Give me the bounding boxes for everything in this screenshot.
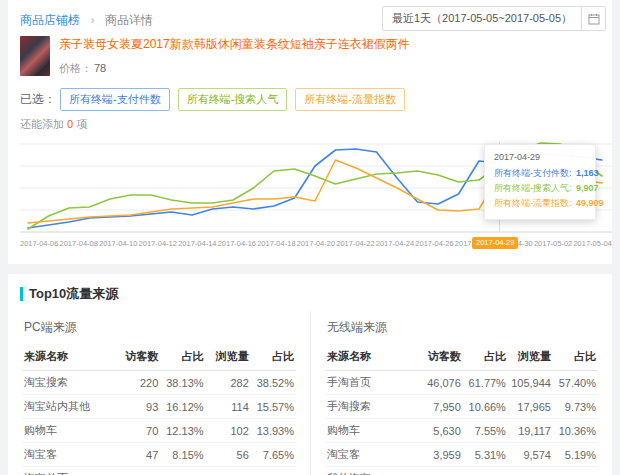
table-row: 手淘搜索7,95010.66%17,9659.73%: [325, 395, 598, 419]
section-accent-bar: [20, 287, 23, 301]
filter-chip[interactable]: 所有终端-支付件数: [60, 88, 170, 111]
remain-suffix: 项: [76, 118, 87, 130]
overview-card: 商品店铺榜 › 商品详情 最近1天（2017-05-05~2017-05-05）…: [8, 0, 612, 264]
table-cell: 淘宝客: [22, 443, 115, 467]
table-cell: 淘宝搜索: [22, 371, 115, 395]
table-cell: 114: [206, 395, 251, 419]
filter-chips: 所有终端-支付件数所有终端-搜索人气所有终端-流量指数: [60, 88, 413, 111]
x-axis-tick: 2017-04-06: [20, 239, 58, 248]
price-label: 价格：: [59, 62, 92, 74]
x-axis: 2017-04-29 2017-04-062017-04-082017-04-1…: [20, 239, 612, 248]
table-cell: 6.28%: [251, 467, 296, 475]
table-cell: 9.73%: [553, 395, 598, 419]
table-cell: 46: [206, 467, 251, 475]
table-cell: 38.52%: [251, 371, 296, 395]
x-axis-tick: 2017-05-02: [534, 239, 572, 248]
date-range-button[interactable]: 最近1天（2017-05-05~2017-05-05）: [382, 6, 582, 31]
table-cell: 105,944: [508, 371, 553, 395]
selected-label: 已选：: [20, 91, 56, 108]
table-cell: 12.13%: [160, 419, 205, 443]
table-row: 我的淘宝2,6753.59%7,7684.21%: [325, 467, 598, 475]
table-cell: 2,675: [418, 467, 463, 475]
pc-sources-title: PC端来源: [22, 315, 296, 344]
remain-row: 还能添加0项: [8, 111, 612, 132]
remain-prefix: 还能添加: [20, 118, 64, 130]
table-cell: 46,076: [418, 371, 463, 395]
table-row: 购物车7012.13%10213.93%: [22, 419, 296, 443]
column-header: 占比: [463, 344, 508, 371]
table-cell: 7.45%: [160, 467, 205, 475]
product-price: 价格：78: [59, 61, 410, 76]
table-cell: 淘宝站内其他: [22, 395, 115, 419]
table-cell: 17,965: [508, 395, 553, 419]
table-row: 淘宝搜索22038.13%28238.52%: [22, 371, 296, 395]
table-cell: 15.57%: [251, 395, 296, 419]
x-axis-tick: 2017-04-22: [336, 239, 374, 248]
remain-count: 0: [67, 118, 73, 130]
wireless-sources-panel: 无线端来源 来源名称访客数占比浏览量占比 手淘首页46,07661.77%105…: [310, 311, 612, 475]
breadcrumb-root[interactable]: 商品店铺榜: [20, 13, 80, 27]
table-cell: 3,959: [418, 443, 463, 467]
table-row: 手淘首页46,07661.77%105,94457.40%: [325, 371, 598, 395]
table-cell: 7,768: [508, 467, 553, 475]
table-row: 淘宝客478.15%567.65%: [22, 443, 296, 467]
wireless-table-body: 手淘首页46,07661.77%105,94457.40%手淘搜索7,95010…: [325, 371, 598, 475]
table-cell: 38.13%: [160, 371, 205, 395]
price-value: 78: [94, 62, 106, 74]
column-header: 访客数: [418, 344, 463, 371]
table-cell: 7.55%: [463, 419, 508, 443]
column-header: 来源名称: [22, 344, 115, 371]
x-axis-tick: 2017-04-20: [297, 239, 335, 248]
product-title[interactable]: 亲子装母女装夏2017新款韩版休闲童装条纹短袖亲子连衣裙假两件: [59, 36, 410, 52]
table-cell: 43: [115, 467, 160, 475]
tooltip-date: 2017-04-29: [494, 152, 586, 162]
section-header: Top10流量来源: [8, 274, 612, 311]
x-axis-tick: 2017-04-12: [139, 239, 177, 248]
column-header: 来源名称: [325, 344, 418, 371]
column-header: 浏览量: [508, 344, 553, 371]
pc-table-header-row: 来源名称访客数占比浏览量占比: [22, 344, 296, 371]
pc-table-body: 淘宝搜索22038.13%28238.52%淘宝站内其他9316.12%1141…: [22, 371, 296, 475]
trend-chart[interactable]: 2017-04-29 2017-04-062017-04-082017-04-1…: [20, 136, 600, 264]
table-cell: 10.66%: [463, 395, 508, 419]
table-cell: 5.31%: [463, 443, 508, 467]
table-cell: 13.93%: [251, 419, 296, 443]
filter-chip[interactable]: 所有终端-流量指数: [295, 88, 405, 111]
table-cell: 16.12%: [160, 395, 205, 419]
calendar-icon: [588, 13, 600, 25]
table-cell: 70: [115, 419, 160, 443]
table-cell: 我的淘宝: [325, 467, 418, 475]
column-header: 占比: [553, 344, 598, 371]
wireless-table-header-row: 来源名称访客数占比浏览量占比: [325, 344, 598, 371]
table-cell: 102: [206, 419, 251, 443]
chart-tooltip: 2017-04-29 所有终端-支付件数: 1,163所有终端-搜索人气: 9,…: [484, 144, 596, 220]
calendar-button[interactable]: [582, 6, 606, 31]
table-cell: 8.15%: [160, 443, 205, 467]
pc-sources-panel: PC端来源 来源名称访客数占比浏览量占比 淘宝搜索22038.13%28238.…: [8, 311, 310, 475]
table-cell: 5.19%: [553, 443, 598, 467]
product-thumbnail: [20, 36, 50, 76]
x-axis-tick: 2017-04-16: [218, 239, 256, 248]
column-header: 占比: [251, 344, 296, 371]
table-cell: 10.36%: [553, 419, 598, 443]
table-cell: 9,574: [508, 443, 553, 467]
table-cell: 7,950: [418, 395, 463, 419]
table-cell: 220: [115, 371, 160, 395]
date-range-picker[interactable]: 最近1天（2017-05-05~2017-05-05）: [382, 6, 606, 31]
table-cell: 购物车: [22, 419, 115, 443]
table-cell: 4.21%: [553, 467, 598, 475]
table-cell: 282: [206, 371, 251, 395]
table-cell: 56: [206, 443, 251, 467]
wireless-sources-title: 无线端来源: [325, 315, 598, 344]
table-cell: 淘宝客: [325, 443, 418, 467]
pc-sources-table: 来源名称访客数占比浏览量占比 淘宝搜索22038.13%28238.52%淘宝站…: [22, 344, 296, 475]
x-axis-tick: 2017-04-24: [376, 239, 414, 248]
table-cell: 手淘首页: [325, 371, 418, 395]
x-axis-tick: 2017-04-14: [178, 239, 216, 248]
filter-chip[interactable]: 所有终端-搜索人气: [178, 88, 288, 111]
table-cell: 61.77%: [463, 371, 508, 395]
table-row: 淘宝站内其他9316.12%11415.57%: [22, 395, 296, 419]
traffic-sources-card: Top10流量来源 PC端来源 来源名称访客数占比浏览量占比 淘宝搜索22038…: [8, 274, 612, 475]
table-cell: 7.65%: [251, 443, 296, 467]
column-header: 访客数: [115, 344, 160, 371]
